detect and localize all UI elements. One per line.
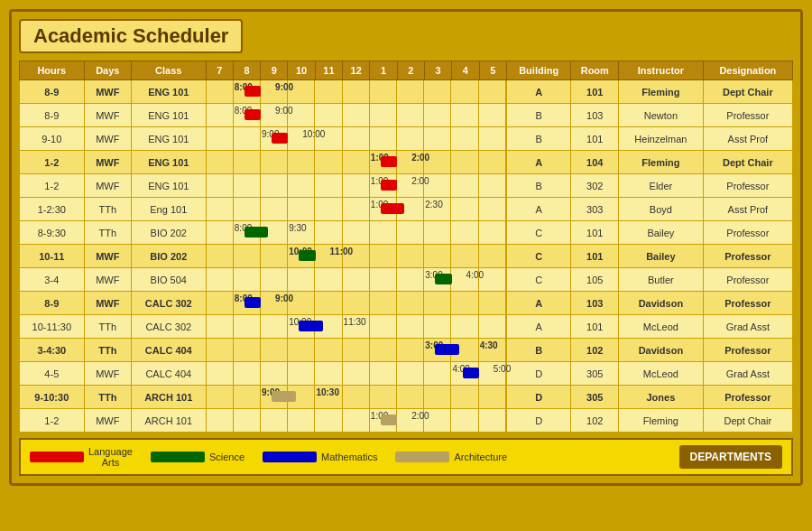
legend-bar-science bbox=[151, 452, 205, 462]
table-row: 8-9MWFENG 1018:009:00A101FlemingDept Cha… bbox=[20, 80, 793, 104]
legend-bar-arch bbox=[395, 452, 449, 462]
col-instructor: Instructor bbox=[619, 61, 704, 80]
timeline-cell: 9:0010:00 bbox=[206, 127, 506, 151]
table-row: 3-4:30TThCALC 4043:004:30B102DavidsonPro… bbox=[20, 339, 793, 362]
col-11: 11 bbox=[315, 61, 342, 80]
legend-bar-lang bbox=[30, 452, 84, 462]
table-row: 1-2:30TThEng 1011:002:30A303BoydAsst Pro… bbox=[20, 198, 793, 221]
table-row: 9-10:30TThARCH 1019:0010:30D305JonesProf… bbox=[20, 386, 793, 409]
header-row: Hours Days Class 7 8 9 10 11 12 1 2 3 4 … bbox=[20, 61, 793, 80]
col-building: Building bbox=[506, 61, 571, 80]
timeline-cell: 1:002:00 bbox=[206, 409, 506, 433]
legend-area: LanguageArts Science Mathematics Archite… bbox=[19, 438, 793, 476]
timeline-cell: 8:009:30 bbox=[206, 221, 506, 245]
table-row: 1-2MWFENG 1011:002:00B302ElderProfessor bbox=[20, 174, 793, 198]
col-3: 3 bbox=[424, 61, 451, 80]
app-title: Academic Scheduler bbox=[33, 24, 228, 48]
col-hours: Hours bbox=[20, 61, 85, 80]
legend-lang: LanguageArts bbox=[30, 446, 133, 468]
timeline-cell: 3:004:00 bbox=[206, 268, 506, 292]
timeline-cell: 10:0011:00 bbox=[206, 245, 506, 268]
dept-badge: DEPARTMENTS bbox=[679, 445, 782, 469]
legend-label-lang: LanguageArts bbox=[88, 446, 133, 468]
legend-science: Science bbox=[151, 452, 245, 462]
col-5: 5 bbox=[479, 61, 506, 80]
col-class: Class bbox=[131, 61, 206, 80]
col-2: 2 bbox=[397, 61, 424, 80]
table-row: 8-9MWFENG 1018:009:00B103NewtonProfessor bbox=[20, 104, 793, 127]
legend-label-arch: Architecture bbox=[454, 452, 507, 462]
timeline-cell: 9:0010:30 bbox=[206, 386, 506, 409]
timeline-cell: 10:0011:30 bbox=[206, 315, 506, 339]
col-days: Days bbox=[84, 61, 131, 80]
table-row: 1-2MWFARCH 1011:002:00D102FlemingDept Ch… bbox=[20, 409, 793, 433]
table-row: 3-4MWFBIO 5043:004:00C105ButlerProfessor bbox=[20, 268, 793, 292]
col-1: 1 bbox=[370, 61, 397, 80]
col-designation: Designation bbox=[703, 61, 792, 80]
table-row: 4-5MWFCALC 4044:005:00D305McLeodGrad Ass… bbox=[20, 362, 793, 386]
timeline-cell: 8:009:00 bbox=[206, 104, 506, 127]
col-4: 4 bbox=[452, 61, 479, 80]
timeline-cell: 8:009:00 bbox=[206, 292, 506, 315]
table-row: 8-9:30TThBIO 2028:009:30C101BaileyProfes… bbox=[20, 221, 793, 245]
timeline-cell: 1:002:00 bbox=[206, 174, 506, 198]
app-container: Academic Scheduler Hours Days Class 7 8 … bbox=[9, 9, 803, 486]
timeline-cell: 3:004:30 bbox=[206, 339, 506, 362]
timeline-cell: 1:002:00 bbox=[206, 151, 506, 174]
col-9: 9 bbox=[261, 61, 288, 80]
legend-label-math: Mathematics bbox=[321, 452, 377, 462]
title-box: Academic Scheduler bbox=[19, 19, 243, 53]
legend-bar-math bbox=[263, 452, 317, 462]
timeline-cell: 4:005:00 bbox=[206, 362, 506, 386]
timeline-cell: 8:009:00 bbox=[206, 80, 506, 104]
timeline-cell: 1:002:30 bbox=[206, 198, 506, 221]
col-7: 7 bbox=[206, 61, 233, 80]
table-row: 10-11:30TThCALC 30210:0011:30A101McLeodG… bbox=[20, 315, 793, 339]
col-room: Room bbox=[571, 61, 619, 80]
col-12: 12 bbox=[343, 61, 370, 80]
legend-arch: Architecture bbox=[395, 452, 507, 462]
schedule-table: Hours Days Class 7 8 9 10 11 12 1 2 3 4 … bbox=[19, 61, 793, 433]
col-10: 10 bbox=[288, 61, 315, 80]
legend-math: Mathematics bbox=[263, 452, 377, 462]
table-row: 1-2MWFENG 1011:002:00A104FlemingDept Cha… bbox=[20, 151, 793, 174]
table-row: 9-10MWFENG 1019:0010:00B101HeinzelmanAss… bbox=[20, 127, 793, 151]
legend-label-science: Science bbox=[209, 452, 245, 462]
table-row: 8-9MWFCALC 3028:009:00A103DavidsonProfes… bbox=[20, 292, 793, 315]
table-row: 10-11MWFBIO 20210:0011:00C101BaileyProfe… bbox=[20, 245, 793, 268]
col-8: 8 bbox=[233, 61, 260, 80]
